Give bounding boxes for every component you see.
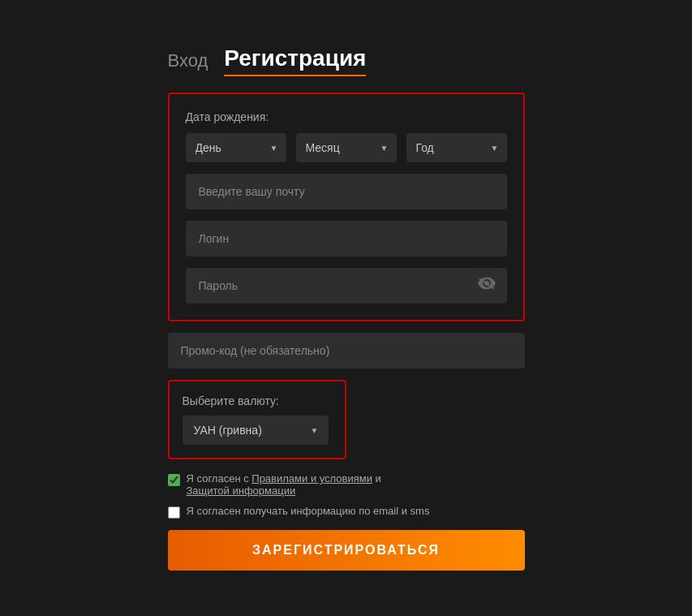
terms-link[interactable]: Правилами и условиями (251, 472, 372, 485)
promo-input[interactable] (168, 333, 525, 368)
marketing-text: Я согласен получать информацию по email … (187, 505, 430, 517)
month-select-wrapper: Месяц (296, 133, 397, 162)
currency-section: Выберите валюту: УАН (гривна) USD (долла… (168, 380, 346, 459)
checkbox-row-terms: Я согласен с Правилами и условиями и Защ… (168, 472, 525, 497)
month-select[interactable]: Месяц (296, 133, 397, 162)
currency-select-wrapper: УАН (гривна) USD (доллар) EUR (евро) (183, 416, 329, 445)
year-select-wrapper: Год (406, 133, 507, 162)
main-container: Вход Регистрация Дата рождения: День Мес… (152, 29, 541, 587)
show-password-icon[interactable] (478, 278, 496, 295)
terms-text: Я согласен с Правилами и условиями и Защ… (187, 472, 381, 497)
register-button[interactable]: ЗАРЕГИСТРИРОВАТЬСЯ (168, 530, 525, 571)
privacy-link[interactable]: Защитой информации (187, 485, 296, 497)
year-select[interactable]: Год (406, 133, 507, 162)
password-wrapper (186, 268, 507, 304)
day-select-wrapper: День (186, 133, 286, 162)
email-input[interactable] (186, 174, 507, 209)
tabs: Вход Регистрация (168, 45, 525, 76)
registration-form-section: Дата рождения: День Месяц Год (168, 93, 525, 321)
checkbox-row-marketing: Я согласен получать информацию по email … (168, 505, 525, 519)
day-select[interactable]: День (186, 133, 286, 162)
tab-register[interactable]: Регистрация (224, 45, 366, 76)
dob-label: Дата рождения: (186, 110, 507, 123)
tab-login[interactable]: Вход (168, 50, 208, 71)
login-input[interactable] (186, 221, 507, 256)
password-input[interactable] (186, 268, 507, 304)
dob-selectors: День Месяц Год (186, 133, 507, 162)
currency-select[interactable]: УАН (гривна) USD (доллар) EUR (евро) (183, 416, 329, 445)
checkbox-area: Я согласен с Правилами и условиями и Защ… (168, 472, 525, 519)
checkbox-marketing[interactable] (168, 506, 180, 519)
checkbox-terms[interactable] (168, 474, 180, 486)
currency-label: Выберите валюту: (183, 394, 332, 407)
